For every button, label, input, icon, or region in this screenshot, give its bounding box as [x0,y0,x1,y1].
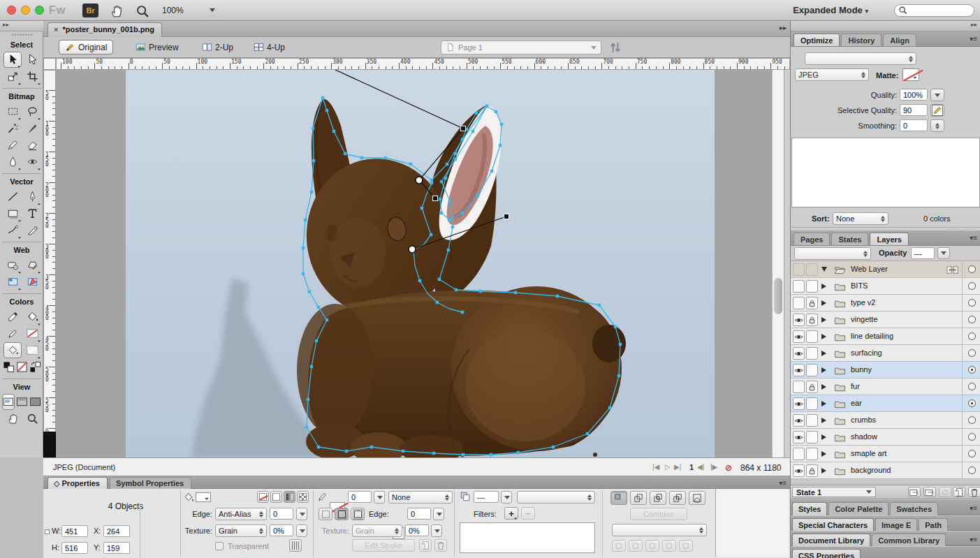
tool-lasso[interactable] [23,103,41,119]
prop-field[interactable]: 159 [103,542,130,554]
layer-expand-triangle[interactable] [821,300,826,306]
anchor-point[interactable] [302,272,305,275]
tool-crop[interactable] [23,68,41,85]
tool-screen3[interactable] [29,394,41,410]
vertical-scrollbar-thumb[interactable] [774,278,782,314]
layer-active-radio[interactable] [968,433,976,441]
toolbox-collapse-strip[interactable]: ▸▸ [0,21,43,31]
anchor-point[interactable] [317,446,320,448]
tool-stamp[interactable] [23,154,41,170]
anchor-point[interactable] [430,179,433,182]
layer-visibility-toggle[interactable] [793,464,805,477]
tool-eyedropper[interactable] [3,309,22,325]
anchor-point[interactable] [440,180,443,183]
tab-color-palette[interactable]: Color Palette [828,502,888,515]
anchor-point[interactable] [490,170,493,172]
anchor-point[interactable] [598,304,601,307]
ruler-corner[interactable] [43,58,56,70]
sort-dropdown[interactable]: None [833,212,888,225]
anchor-point[interactable] [514,291,517,294]
layer-lock-toggle[interactable] [806,314,818,326]
close-window-button[interactable] [7,6,16,15]
anchor-point[interactable] [418,279,421,282]
layer-visibility-toggle[interactable] [793,314,805,326]
anchor-point[interactable] [312,159,315,162]
bridge-icon[interactable]: Br [82,3,98,17]
opacity-field[interactable]: --- [911,247,935,259]
tool-screen2[interactable] [15,394,28,410]
tool-rect[interactable] [3,205,22,221]
curve-point[interactable] [416,177,423,184]
layer-name[interactable]: ear [851,399,862,407]
layer-name[interactable]: shadow [851,432,877,441]
path-edit-button-4[interactable] [679,540,693,552]
anchor-point[interactable] [500,123,503,126]
tool-bucket[interactable] [23,309,41,325]
layer-visibility-toggle[interactable] [793,364,805,376]
anchor-point[interactable] [430,182,433,184]
canvas-viewport[interactable] [56,70,790,457]
prop-field[interactable]: 516 [61,542,88,554]
anchor-point[interactable] [310,191,313,193]
anchor-point[interactable] [461,311,464,314]
layer-lock-toggle[interactable] [806,381,818,393]
tab-special-characters[interactable]: Special Characters [792,518,874,531]
selective-quality-button[interactable] [930,104,944,117]
previous-state-button[interactable]: ◀| [697,463,704,471]
state-circle-button[interactable] [939,487,951,497]
tool-blur[interactable] [3,154,22,170]
layer-row-crumbs[interactable]: crumbs [791,412,980,429]
layer-expand-triangle[interactable] [821,351,826,356]
anchor-point[interactable] [447,249,450,251]
anchor-point[interactable] [446,163,448,166]
layer-expand-triangle[interactable] [821,284,826,289]
anchor-point[interactable] [485,105,488,108]
anchor-point[interactable] [454,158,457,161]
tool-marquee[interactable] [3,103,22,119]
layer-active-radio[interactable] [968,299,976,307]
anchor-point[interactable] [326,318,328,321]
add-filter-button[interactable]: + [504,507,518,520]
curve-point[interactable] [409,246,416,253]
anchor-point[interactable] [304,219,307,221]
tool-bucketS[interactable] [3,342,22,358]
anchor-point[interactable] [471,130,474,133]
minimize-window-button[interactable] [21,6,30,15]
tool-pen[interactable] [23,189,41,205]
prop-dropdown[interactable] [374,491,385,504]
tab-states[interactable]: States [831,233,868,245]
anchor-point[interactable] [479,290,482,293]
layer-name[interactable]: vingette [851,315,878,323]
layer-active-radio[interactable] [968,383,976,390]
page-export-arrows-icon[interactable] [608,41,622,54]
prop-field[interactable]: 264 [103,525,130,537]
tool-subselect[interactable] [23,52,41,68]
anchor-point[interactable] [345,450,348,453]
layer-visibility-toggle[interactable] [793,397,805,410]
anchor-point[interactable] [461,212,464,214]
workspace-mode-selector[interactable]: Expanded Mode ▾ [793,5,868,15]
prop-dropdown[interactable] [501,491,512,504]
anchor-point[interactable] [370,446,373,448]
last-state-button[interactable]: ▶| [674,463,681,471]
layer-name[interactable]: fur [851,382,860,390]
stroke-align-button-2[interactable] [351,508,365,520]
vertical-ruler[interactable]: 50100150200250300350400450500550600 [43,70,56,457]
layer-active-radio[interactable] [968,416,976,424]
tab-common-library[interactable]: Common Library [872,534,946,547]
layer-visibility-toggle[interactable] [793,280,805,293]
layer-active-radio[interactable] [968,265,976,273]
layer-visibility-toggle[interactable] [793,297,805,309]
layer-visibility-toggle[interactable] [793,431,805,443]
layer-lock-toggle[interactable] [806,397,818,410]
layer-row-vingette[interactable]: vingette [791,311,980,328]
layer-row-web-layer[interactable]: Web Layer [791,261,980,278]
filters-list[interactable] [460,522,595,553]
document-canvas[interactable] [126,70,715,457]
anchor-point[interactable] [619,343,622,346]
stroke-align-button-1[interactable] [335,508,349,520]
layer-active-radio[interactable] [968,349,976,357]
anchor-point[interactable] [436,301,439,304]
tool-knife[interactable] [23,222,41,238]
anchor-point[interactable] [608,406,611,409]
